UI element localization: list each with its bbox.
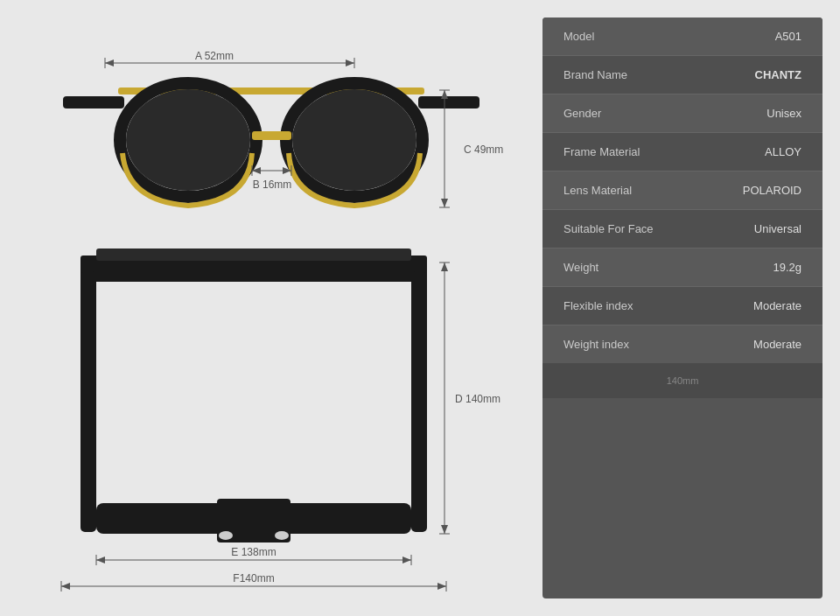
- footer-text: 140mm: [667, 375, 699, 386]
- spec-value-2: Unisex: [766, 107, 802, 120]
- spec-value-8: Moderate: [753, 338, 802, 351]
- spec-value-3: ALLOY: [765, 145, 802, 158]
- spec-label-1: Brand Name: [564, 68, 627, 81]
- spec-label-5: Suitable For Face: [564, 222, 654, 235]
- spec-row-2: GenderUnisex: [542, 94, 822, 133]
- spec-value-1: CHANTZ: [755, 68, 802, 81]
- svg-text:B 16mm: B 16mm: [253, 178, 292, 191]
- svg-point-12: [292, 89, 416, 191]
- spec-row-3: Frame MaterialALLOY: [542, 133, 822, 172]
- svg-marker-23: [441, 90, 448, 99]
- spec-row-8: Weight indexModerate: [542, 326, 822, 363]
- svg-point-40: [275, 531, 289, 540]
- svg-marker-30: [441, 525, 448, 534]
- svg-point-10: [126, 89, 250, 191]
- svg-marker-50: [61, 583, 70, 590]
- svg-text:A 52mm: A 52mm: [195, 50, 234, 62]
- spec-label-3: Frame Material: [564, 145, 640, 158]
- svg-rect-32: [80, 261, 96, 532]
- spec-row-6: Weight19.2g: [542, 248, 822, 287]
- spec-value-4: POLAROID: [743, 184, 802, 197]
- footer-row: 140mm: [542, 363, 822, 398]
- diagram-panel: A 52mm B 16mm: [0, 0, 542, 616]
- svg-rect-35: [96, 248, 411, 261]
- spec-row-5: Suitable For FaceUniversal: [542, 210, 822, 248]
- svg-marker-51: [438, 583, 446, 590]
- spec-label-2: Gender: [564, 107, 601, 120]
- spec-label-0: Model: [564, 30, 594, 43]
- svg-marker-4: [346, 60, 354, 66]
- svg-point-39: [219, 531, 233, 540]
- spec-label-8: Weight index: [564, 338, 629, 351]
- spec-row-0: ModelA501: [542, 18, 822, 56]
- svg-text:F140mm: F140mm: [233, 572, 274, 584]
- spec-row-1: Brand NameCHANTZ: [542, 56, 822, 94]
- svg-rect-36: [93, 271, 415, 282]
- spec-value-6: 19.2g: [773, 261, 802, 274]
- svg-rect-13: [252, 131, 291, 140]
- svg-rect-6: [63, 96, 124, 108]
- spec-label-7: Flexible index: [564, 299, 634, 312]
- spec-label-6: Weight: [564, 261, 598, 274]
- svg-text:D 140mm: D 140mm: [455, 393, 500, 405]
- svg-marker-44: [96, 556, 105, 564]
- spec-row-4: Lens MaterialPOLAROID: [542, 172, 822, 210]
- svg-rect-33: [411, 261, 427, 532]
- spec-value-5: Universal: [754, 222, 802, 235]
- glasses-diagram: A 52mm B 16mm: [26, 18, 516, 598]
- svg-marker-3: [105, 60, 114, 66]
- svg-marker-24: [441, 199, 448, 207]
- spec-value-0: A501: [775, 30, 802, 43]
- spec-row-7: Flexible indexModerate: [542, 287, 822, 326]
- svg-marker-29: [441, 262, 448, 271]
- spec-value-7: Moderate: [753, 299, 802, 312]
- svg-text:E 138mm: E 138mm: [231, 546, 276, 558]
- svg-marker-45: [402, 556, 411, 564]
- svg-text:C 49mm: C 49mm: [464, 144, 503, 156]
- svg-rect-7: [418, 96, 480, 108]
- specs-panel: ModelA501Brand NameCHANTZGenderUnisexFra…: [542, 18, 822, 598]
- spec-label-4: Lens Material: [564, 184, 632, 197]
